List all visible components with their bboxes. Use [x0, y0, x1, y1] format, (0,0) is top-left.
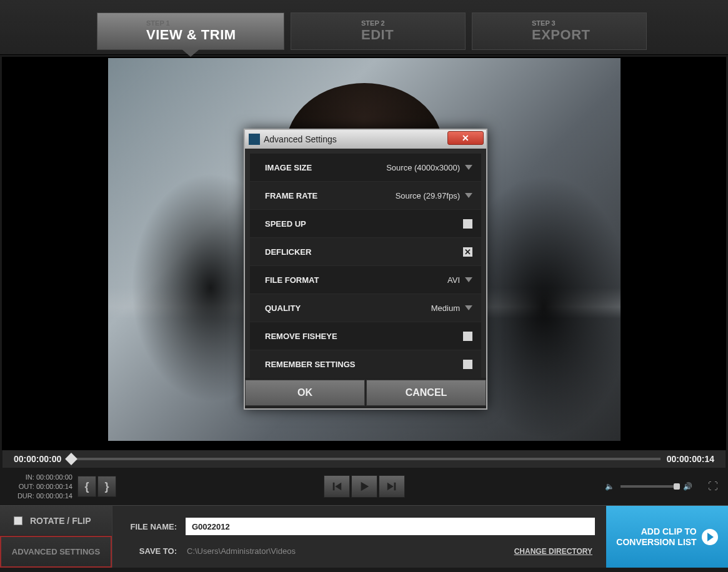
file-name-input[interactable]: [186, 518, 595, 535]
playback-controls: IN: 00:00:00:00 OUT: 00:00:00:14 DUR: 00…: [0, 468, 728, 505]
timeline-playhead[interactable]: [65, 453, 77, 465]
tab-step: STEP 2: [361, 19, 465, 27]
in-out-display: IN: 00:00:00:00 OUT: 00:00:00:14 DUR: 00…: [10, 473, 72, 501]
volume-low-icon: 🔈: [605, 482, 614, 491]
chevron-down-icon: [465, 305, 472, 310]
rotate-flip-checkbox[interactable]: [14, 516, 22, 525]
remove-fisheye-checkbox[interactable]: [463, 332, 472, 341]
deflicker-checkbox[interactable]: ✕: [463, 247, 472, 257]
cancel-button[interactable]: CANCEL: [366, 380, 486, 406]
timeline[interactable]: 00:00:00:00 00:00:00:14: [2, 450, 726, 468]
file-format-dropdown[interactable]: AVI: [447, 275, 472, 285]
timeline-track[interactable]: [67, 458, 661, 460]
step-back-icon: [331, 481, 342, 492]
file-format-label: FILE FORMAT: [265, 275, 319, 285]
save-to-path: C:\Users\Administrator\Videos: [186, 546, 506, 556]
play-icon: [359, 481, 370, 492]
change-directory-button[interactable]: CHANGE DIRECTORY: [514, 547, 592, 556]
ok-button[interactable]: OK: [245, 380, 365, 406]
rotate-flip-label: ROTATE / FLIP: [30, 516, 91, 526]
play-button[interactable]: [351, 475, 377, 498]
add-clip-line2: CONVERSION LIST: [616, 537, 696, 548]
frame-rate-dropdown[interactable]: Source (29.97fps): [396, 191, 472, 200]
app-icon: [249, 134, 260, 145]
tab-title: VIEW & TRIM: [146, 27, 284, 43]
add-clip-button[interactable]: ADD CLIP TO CONVERSION LIST: [606, 506, 728, 568]
tab-title: EDIT: [361, 27, 465, 43]
file-name-label: FILE NAME:: [124, 522, 177, 531]
timeline-end: 00:00:00:14: [667, 454, 714, 464]
step-forward-icon: [386, 481, 397, 492]
chevron-down-icon: [465, 193, 472, 198]
rotate-flip-button[interactable]: ROTATE / FLIP: [0, 506, 112, 536]
tab-edit[interactable]: STEP 2 EDIT: [291, 12, 466, 50]
image-size-label: IMAGE SIZE: [265, 163, 312, 172]
step-tabs: STEP 1 VIEW & TRIM STEP 2 EDIT STEP 3 EX…: [0, 0, 728, 55]
remember-settings-checkbox[interactable]: [463, 360, 472, 369]
close-icon: ✕: [462, 133, 469, 143]
close-button[interactable]: ✕: [447, 131, 484, 145]
frame-rate-label: FRAME RATE: [265, 191, 317, 200]
tab-step: STEP 3: [532, 19, 646, 27]
deflicker-label: DEFLICKER: [265, 247, 311, 257]
save-to-label: SAVE TO:: [124, 546, 177, 556]
volume-high-icon: 🔊: [683, 482, 692, 491]
volume-slider[interactable]: [621, 485, 677, 488]
tab-step: STEP 1: [146, 19, 284, 27]
image-size-dropdown[interactable]: Source (4000x3000): [386, 163, 472, 172]
speed-up-checkbox[interactable]: [463, 219, 472, 229]
fullscreen-button[interactable]: ⛶: [708, 481, 718, 492]
timeline-start: 00:00:00:00: [14, 454, 61, 464]
remove-fisheye-label: REMOVE FISHEYE: [265, 332, 337, 341]
dialog-titlebar[interactable]: Advanced Settings ✕: [245, 130, 486, 149]
step-forward-button[interactable]: [379, 475, 405, 498]
speed-up-label: SPEED UP: [265, 219, 306, 229]
mark-in-button[interactable]: {: [77, 476, 96, 497]
quality-label: QUALITY: [265, 303, 301, 313]
tab-export[interactable]: STEP 3 EXPORT: [472, 12, 647, 50]
chevron-down-icon: [465, 277, 472, 282]
tab-view-trim[interactable]: STEP 1 VIEW & TRIM: [97, 12, 284, 50]
bottom-bar: ROTATE / FLIP ADVANCED SETTINGS FILE NAM…: [0, 505, 728, 568]
step-back-button[interactable]: [324, 475, 350, 498]
remember-settings-label: REMEMBER SETTINGS: [265, 360, 355, 369]
advanced-settings-button[interactable]: ADVANCED SETTINGS: [0, 536, 112, 568]
play-circle-icon: [702, 529, 718, 545]
mark-out-button[interactable]: }: [97, 476, 116, 497]
dialog-title: Advanced Settings: [264, 134, 337, 144]
tab-title: EXPORT: [532, 27, 646, 43]
quality-dropdown[interactable]: Medium: [431, 303, 472, 313]
advanced-settings-dialog: Advanced Settings ✕ IMAGE SIZE Source (4…: [244, 129, 487, 410]
add-clip-line1: ADD CLIP TO: [616, 526, 696, 537]
chevron-down-icon: [465, 165, 472, 170]
